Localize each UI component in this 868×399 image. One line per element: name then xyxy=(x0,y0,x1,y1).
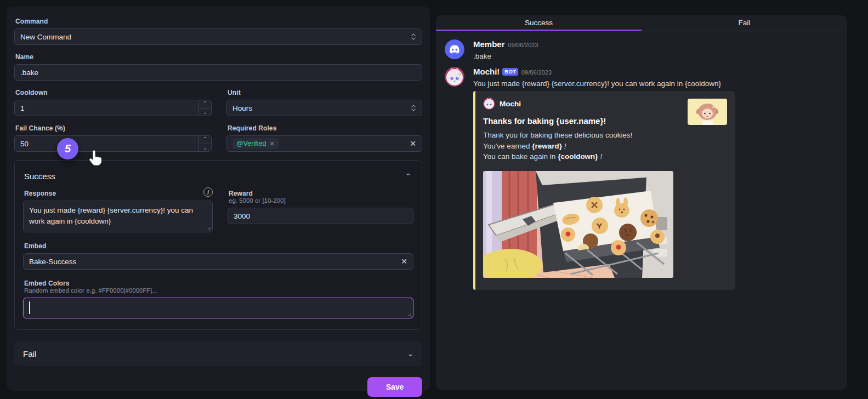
cooldown-field-group: Cooldown ⌃ ⌄ xyxy=(14,89,212,116)
embed-input[interactable]: ✕ xyxy=(23,253,413,270)
fail-section-header[interactable]: Fail ⌄ xyxy=(14,341,422,366)
response-label: Response xyxy=(24,190,56,197)
bot-message: Mochi!BOT09/06/2023 You just made {rewar… xyxy=(445,67,838,88)
embed-desc-line1: Thank you for baking these delicious coo… xyxy=(483,130,727,141)
embed-label: Embed xyxy=(24,242,413,250)
preview-panel: Success Fail Member09/06/2023 .bake xyxy=(436,15,847,390)
fail-chance-field-group: Fail Chance (%) ⌃ ⌄ xyxy=(14,124,212,152)
chevron-down-icon[interactable]: ⌄ xyxy=(407,350,413,358)
cooldown-label: Cooldown xyxy=(15,89,212,96)
embed-author-name: Mochi xyxy=(500,100,521,108)
embed-preview: Mochi Thanks for baking {user.name}! Tha… xyxy=(473,91,735,290)
info-icon[interactable]: i xyxy=(203,187,213,197)
member-avatar xyxy=(445,39,464,59)
member-message: Member09/06/2023 .bake xyxy=(445,39,838,60)
command-editor-panel: Command New Command Name Cooldown ⌃ ⌄ Un… xyxy=(7,7,430,391)
embed-thumbnail-image xyxy=(688,99,727,125)
reward-label: Reward xyxy=(229,190,413,197)
select-updown-icon xyxy=(411,104,416,112)
member-timestamp: 09/06/2023 xyxy=(508,42,538,48)
remove-role-icon[interactable]: ✕ xyxy=(269,140,274,147)
success-section: Success ⌃ Response i You just made {rewa… xyxy=(14,160,422,330)
cooldown-spinner: ⌃ ⌄ xyxy=(198,100,212,116)
required-roles-field-group: Required Roles @Verified ✕ ✕ xyxy=(226,124,422,152)
name-input[interactable] xyxy=(14,64,422,81)
required-roles-label: Required Roles xyxy=(228,124,422,132)
command-label: Command xyxy=(15,18,422,25)
tutorial-step-badge: 5 xyxy=(57,138,78,159)
embed-colors-label: Embed Colors xyxy=(24,280,413,287)
spinner-down-icon[interactable]: ⌄ xyxy=(198,144,212,152)
save-button[interactable]: Save xyxy=(367,377,422,397)
select-updown-icon xyxy=(411,32,416,41)
unit-select-value: Hours xyxy=(232,104,252,112)
name-label: Name xyxy=(15,53,422,61)
embed-desc-line3: You can bake again in {cooldown} ! xyxy=(483,151,727,162)
fail-chance-label: Fail Chance (%) xyxy=(15,124,212,132)
unit-label: Unit xyxy=(228,89,422,96)
member-name: Member xyxy=(473,39,505,49)
bot-message-text: You just made {reward} {server.currency}… xyxy=(473,79,838,88)
hand-cursor-icon xyxy=(88,150,102,167)
tab-success[interactable]: Success xyxy=(436,15,642,31)
embed-input-text[interactable] xyxy=(29,258,396,266)
embed-author-avatar xyxy=(483,98,495,110)
embed-image xyxy=(483,171,673,278)
embed-desc-line2: You've earned {reward} ! xyxy=(483,141,727,152)
cooldown-input[interactable] xyxy=(14,100,212,116)
embed-colors-hint: Random embed color e.g. #FF0000|#0000FF|… xyxy=(24,287,413,294)
response-textarea[interactable]: You just made {reward} {server.currency}… xyxy=(23,201,213,232)
bot-name: Mochi! xyxy=(473,67,500,76)
chat-preview: Member09/06/2023 .bake xyxy=(436,31,847,298)
unit-select[interactable]: Hours xyxy=(226,100,422,116)
reward-input[interactable] xyxy=(228,208,413,224)
fail-section-title: Fail xyxy=(23,349,36,358)
response-field-group: Response i You just made {reward} {serve… xyxy=(23,190,213,232)
embed-colors-field-group: Embed Colors Random embed color e.g. #FF… xyxy=(23,280,413,318)
fail-chance-spinner: ⌃ ⌄ xyxy=(198,135,212,152)
bot-timestamp: 09/06/2023 xyxy=(521,69,552,76)
bot-avatar xyxy=(445,67,464,87)
spinner-up-icon[interactable]: ⌃ xyxy=(198,100,212,108)
role-chip-label: @Verified xyxy=(236,140,266,147)
unit-field-group: Unit Hours xyxy=(226,89,422,116)
required-roles-input[interactable]: @Verified ✕ ✕ xyxy=(226,135,422,152)
reward-hint: eg. 5000 or [10-200] xyxy=(229,197,413,204)
member-message-text: .bake xyxy=(473,52,838,60)
clear-embed-icon[interactable]: ✕ xyxy=(396,257,407,266)
command-select-value: New Command xyxy=(20,33,71,41)
tab-fail[interactable]: Fail xyxy=(642,15,847,31)
embed-colors-textarea[interactable] xyxy=(23,298,413,318)
command-select[interactable]: New Command xyxy=(14,29,422,45)
fail-chance-input[interactable] xyxy=(14,135,212,152)
role-chip[interactable]: @Verified ✕ xyxy=(232,138,279,149)
text-caret xyxy=(29,301,30,314)
reward-field-group: Reward eg. 5000 or [10-200] xyxy=(228,190,413,232)
clear-roles-icon[interactable]: ✕ xyxy=(405,139,416,148)
success-section-title: Success xyxy=(24,172,55,181)
spinner-down-icon[interactable]: ⌄ xyxy=(198,108,212,117)
embed-field-group: Embed ✕ xyxy=(23,242,413,270)
command-field-group: Command New Command xyxy=(14,18,422,45)
embed-description: Thank you for baking these delicious coo… xyxy=(483,130,727,162)
success-section-header[interactable]: Success ⌃ xyxy=(23,168,413,190)
preview-tabs: Success Fail xyxy=(436,15,847,31)
name-field-group: Name xyxy=(14,53,422,81)
spinner-up-icon[interactable]: ⌃ xyxy=(198,135,212,144)
bot-badge: BOT xyxy=(502,68,518,76)
chevron-up-icon[interactable]: ⌃ xyxy=(405,172,411,180)
